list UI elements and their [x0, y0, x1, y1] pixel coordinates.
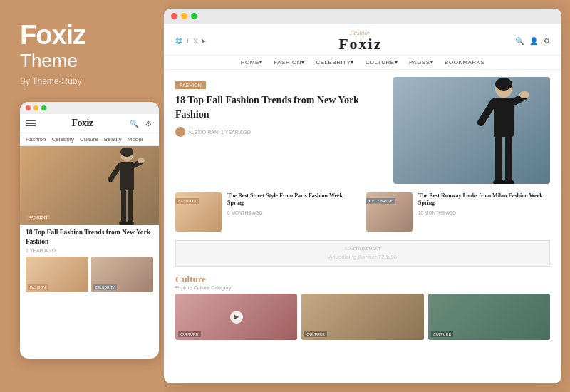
desktop-nav-celebrity[interactable]: CELEBRITY▾: [316, 59, 353, 66]
mobile-nav-model[interactable]: Model: [128, 136, 143, 143]
mobile-nav-fashion[interactable]: Fashion: [26, 136, 46, 143]
mobile-settings-icon[interactable]: ⚙: [143, 118, 153, 128]
mobile-header: Foxiz 🔍 ⚙: [20, 114, 159, 133]
mobile-sub-badge-1: FASHION: [28, 284, 48, 290]
mobile-nav-celebrity[interactable]: Celebrity: [51, 136, 74, 143]
mobile-dot-red: [26, 105, 31, 110]
svg-rect-16: [495, 135, 502, 182]
culture-section: Culture Explore Culture Category ▶ CULTU…: [164, 269, 561, 340]
facebook-icon: f: [187, 38, 189, 44]
desktop-user-icon[interactable]: 👤: [529, 37, 538, 45]
mobile-top-bar: [20, 102, 159, 114]
culture-badge-1: CULTURE: [178, 331, 201, 337]
culture-subtitle: Explore Culture Category: [175, 285, 550, 290]
mobile-hero-badge: FASHION: [26, 215, 50, 220]
desktop-nav: HOME▾ FASHION▾ CELEBRITY▾ CULTURE▾ PAGES…: [164, 56, 561, 70]
desktop-nav-fashion[interactable]: FASHION▾: [274, 59, 304, 66]
left-panel: Foxiz Theme By Theme-Ruby Foxiz 🔍 ⚙ Fash: [0, 0, 164, 392]
culture-item-1: ▶ CULTURE: [175, 294, 297, 340]
mobile-header-left: [26, 120, 36, 127]
sub-card-title-2: The Best Runway Looks from Milan Fashion…: [418, 192, 550, 207]
svg-line-13: [481, 102, 494, 123]
mobile-sub-article-1: FASHION: [26, 257, 88, 292]
desktop-dot-red: [171, 13, 177, 19]
desktop-model-figure: [468, 78, 539, 184]
desktop-content: FASHION 18 Top Fall Fashion Trends from …: [164, 70, 561, 383]
sub-card-badge-2: CELEBRITY: [366, 198, 395, 204]
mobile-search-icon[interactable]: 🔍: [129, 118, 139, 128]
hero-article: FASHION 18 Top Fall Fashion Trends from …: [164, 70, 561, 190]
ad-banner: ADVERTISEMENT Advertising Banner 728x90: [175, 240, 550, 267]
svg-rect-7: [128, 189, 133, 223]
mobile-menu-icon[interactable]: [26, 120, 36, 127]
desktop-site-header: 🌐 f 𝕏 ▶ Fashion Foxiz 🔍 👤 ⚙: [164, 24, 561, 56]
svg-rect-6: [121, 189, 126, 223]
sub-card-text-1: The Best Street Style From Paris Fashion…: [227, 192, 359, 215]
hero-time: 1 YEAR AGO: [221, 130, 251, 135]
mobile-hero-meta: 1 YEAR AGO: [20, 248, 159, 257]
ad-label: ADVERTISEMENT: [182, 247, 544, 251]
mobile-dot-green: [41, 105, 46, 110]
desktop-mockup: 🌐 f 𝕏 ▶ Fashion Foxiz 🔍 👤 ⚙ HOME▾ FASHIO…: [164, 9, 561, 383]
svg-point-9: [125, 221, 134, 225]
globe-icon: 🌐: [175, 38, 182, 44]
mobile-hero-image: FASHION: [20, 146, 159, 225]
desktop-nav-bookmarks[interactable]: BOOKMARKS: [445, 59, 484, 66]
mobile-header-right: 🔍 ⚙: [129, 118, 153, 128]
culture-badge-2: CULTURE: [304, 331, 327, 337]
desktop-logo: Fashion Foxiz: [206, 29, 515, 52]
culture-grid: ▶ CULTURE CULTURE CULTURE: [175, 294, 550, 340]
desktop-nav-culture[interactable]: CULTURE▾: [366, 59, 398, 66]
mobile-sub-articles: FASHION CELEBRITY: [20, 257, 159, 298]
hero-meta: ALEXIO RAN 1 YEAR AGO: [175, 127, 385, 137]
twitter-icon: 𝕏: [193, 38, 197, 44]
svg-point-5: [138, 158, 145, 163]
desktop-search-icon[interactable]: 🔍: [515, 37, 524, 45]
desktop-settings-icon[interactable]: ⚙: [544, 37, 550, 45]
mobile-sub-badge-2: CELEBRITY: [93, 284, 118, 290]
hero-title: 18 Top Fall Fashion Trends from New York…: [175, 93, 385, 121]
culture-item-3: CULTURE: [428, 294, 550, 340]
desktop-main: FASHION 18 Top Fall Fashion Trends from …: [164, 70, 561, 383]
svg-rect-17: [505, 135, 512, 182]
desktop-top-bar: [164, 9, 561, 24]
hero-badge: FASHION: [175, 81, 206, 89]
sub-card-img-2: CELEBRITY: [366, 192, 413, 232]
svg-point-15: [519, 91, 529, 98]
svg-point-18: [493, 180, 504, 184]
svg-line-3: [110, 165, 120, 180]
sub-card-meta-1: 6 MONTHS AGO: [227, 210, 359, 215]
desktop-nav-pages[interactable]: PAGES▾: [409, 59, 433, 66]
desktop-dot-green: [191, 13, 197, 19]
brand-name: Foxiz: [20, 21, 150, 48]
sub-articles-row: FASHION The Best Street Style From Paris…: [164, 190, 561, 237]
mobile-nav: Fashion Celebrity Culture Beauty Model: [20, 133, 159, 146]
play-button-1[interactable]: ▶: [230, 311, 243, 324]
desktop-dot-yellow: [181, 13, 187, 19]
mobile-model-figure: [102, 148, 152, 225]
right-panel: 🌐 f 𝕏 ▶ Fashion Foxiz 🔍 👤 ⚙ HOME▾ FASHIO…: [164, 0, 570, 392]
desktop-logo-main: Foxiz: [206, 36, 515, 52]
mobile-sub-img-2: CELEBRITY: [91, 257, 154, 292]
desktop-social-icons: 🌐 f 𝕏 ▶: [175, 38, 206, 44]
hero-image: [393, 77, 550, 184]
mobile-nav-beauty[interactable]: Beauty: [104, 136, 122, 143]
mobile-dot-yellow: [33, 105, 38, 110]
culture-item-2: CULTURE: [301, 294, 423, 340]
mobile-logo: Foxiz: [71, 118, 93, 129]
mobile-nav-culture[interactable]: Culture: [80, 136, 98, 143]
desktop-header-right: 🔍 👤 ⚙: [515, 37, 550, 45]
brand-by: By Theme-Ruby: [20, 76, 150, 86]
sub-card-img-1: FASHION: [175, 192, 222, 232]
sub-card-title-1: The Best Street Style From Paris Fashion…: [227, 192, 359, 207]
brand-subtitle: Theme: [20, 50, 150, 72]
culture-badge-3: CULTURE: [431, 331, 454, 337]
sub-card-badge-1: FASHION: [175, 198, 200, 204]
hero-author-avatar: [175, 127, 185, 137]
mobile-mockup: Foxiz 🔍 ⚙ Fashion Celebrity Culture Beau…: [20, 102, 159, 359]
svg-point-19: [503, 180, 514, 184]
ad-placeholder: Advertising Banner 728x90: [182, 254, 544, 260]
desktop-nav-home[interactable]: HOME▾: [241, 59, 263, 66]
mobile-hero-title: 18 Top Fall Fashion Trends from New York…: [20, 225, 159, 248]
mobile-sub-article-2: CELEBRITY: [91, 257, 154, 292]
